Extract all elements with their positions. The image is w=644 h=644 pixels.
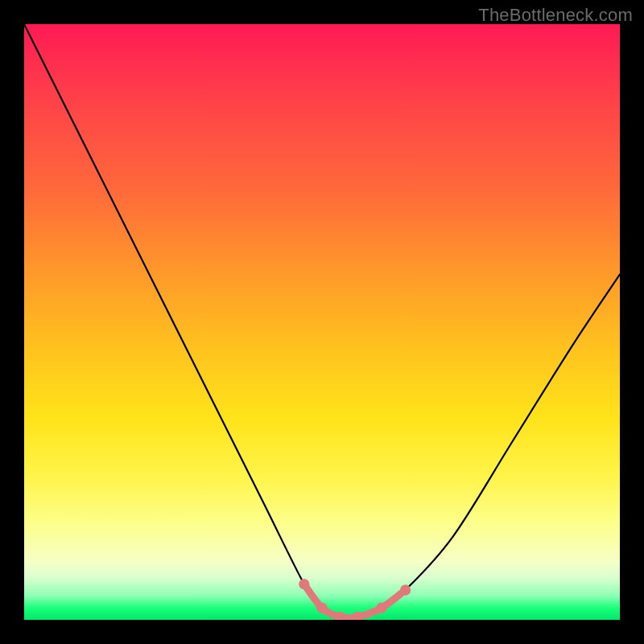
flat-bottom-dot	[400, 584, 411, 595]
main-curve-line	[24, 24, 620, 618]
flat-bottom-dot	[376, 603, 386, 613]
plot-area	[24, 24, 620, 620]
flat-bottom-dot	[316, 603, 327, 613]
chart-frame: TheBottleneck.com	[0, 0, 644, 644]
watermark-text: TheBottleneck.com	[478, 5, 633, 26]
flat-bottom-dot	[299, 579, 309, 589]
chart-svg	[24, 24, 620, 620]
